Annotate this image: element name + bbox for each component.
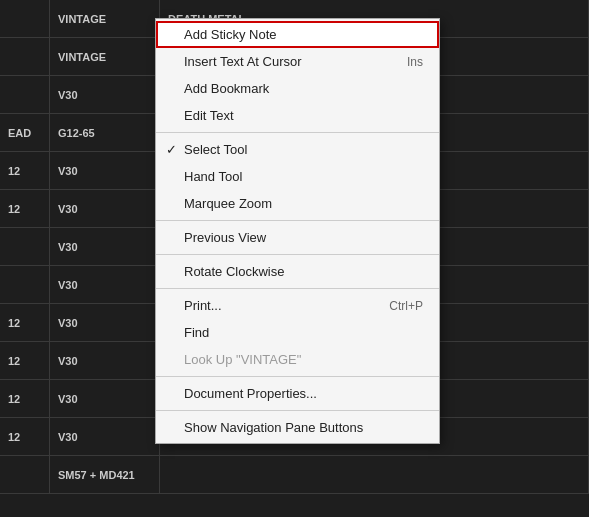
menu-item-shortcut: Ctrl+P: [369, 299, 423, 313]
menu-item-label: Find: [184, 325, 209, 340]
menu-item-label: Rotate Clockwise: [184, 264, 284, 279]
menu-item-label: Hand Tool: [184, 169, 242, 184]
cell: V30: [50, 418, 160, 455]
cell: 12: [0, 152, 50, 189]
cell: VINTAGE: [50, 38, 160, 75]
menu-item-label: Marquee Zoom: [184, 196, 272, 211]
cell: [0, 456, 50, 493]
menu-separator: [156, 254, 439, 255]
cell: V30: [50, 228, 160, 265]
menu-separator: [156, 220, 439, 221]
menu-item-look-up[interactable]: Look Up "VINTAGE": [156, 346, 439, 373]
menu-item-select-tool[interactable]: ✓ Select Tool: [156, 136, 439, 163]
menu-item-shortcut: Ins: [387, 55, 423, 69]
cell: VINTAGE: [50, 0, 160, 37]
cell: V30: [50, 266, 160, 303]
table-row: SM57 + MD421: [0, 456, 589, 494]
menu-item-insert-text[interactable]: Insert Text At Cursor Ins: [156, 48, 439, 75]
menu-separator: [156, 132, 439, 133]
menu-item-show-navigation[interactable]: Show Navigation Pane Buttons: [156, 414, 439, 441]
menu-item-find[interactable]: Find: [156, 319, 439, 346]
cell: SM57 + MD421: [50, 456, 160, 493]
cell: V30: [50, 76, 160, 113]
cell: V30: [50, 304, 160, 341]
cell: V30: [50, 152, 160, 189]
cell: G12-65: [50, 114, 160, 151]
menu-item-label: Add Sticky Note: [184, 27, 277, 42]
cell: [0, 0, 50, 37]
menu-item-label: Show Navigation Pane Buttons: [184, 420, 363, 435]
menu-item-marquee-zoom[interactable]: Marquee Zoom: [156, 190, 439, 217]
cell: 12: [0, 380, 50, 417]
cell: V30: [50, 342, 160, 379]
menu-item-previous-view[interactable]: Previous View: [156, 224, 439, 251]
cell: [0, 266, 50, 303]
menu-item-document-properties[interactable]: Document Properties...: [156, 380, 439, 407]
cell: [0, 228, 50, 265]
menu-item-label: Insert Text At Cursor: [184, 54, 302, 69]
menu-item-rotate-clockwise[interactable]: Rotate Clockwise: [156, 258, 439, 285]
cell: [160, 456, 589, 493]
menu-item-add-sticky-note[interactable]: Add Sticky Note: [156, 21, 439, 48]
cell: V30: [50, 380, 160, 417]
menu-item-label: Print...: [184, 298, 222, 313]
cell: EAD: [0, 114, 50, 151]
menu-item-print[interactable]: Print... Ctrl+P: [156, 292, 439, 319]
cell: 12: [0, 342, 50, 379]
menu-separator: [156, 410, 439, 411]
menu-separator: [156, 376, 439, 377]
menu-item-label: Document Properties...: [184, 386, 317, 401]
cell: 12: [0, 190, 50, 227]
checkmark-icon: ✓: [166, 142, 177, 157]
menu-item-hand-tool[interactable]: Hand Tool: [156, 163, 439, 190]
menu-item-label: Select Tool: [184, 142, 247, 157]
cell: [0, 76, 50, 113]
context-menu: Add Sticky Note Insert Text At Cursor In…: [155, 18, 440, 444]
menu-item-add-bookmark[interactable]: Add Bookmark: [156, 75, 439, 102]
cell: 12: [0, 304, 50, 341]
cell: V30: [50, 190, 160, 227]
menu-separator: [156, 288, 439, 289]
menu-item-label: Add Bookmark: [184, 81, 269, 96]
menu-item-edit-text[interactable]: Edit Text: [156, 102, 439, 129]
menu-item-label: Edit Text: [184, 108, 234, 123]
cell: [0, 38, 50, 75]
menu-item-label: Look Up "VINTAGE": [184, 352, 301, 367]
menu-item-label: Previous View: [184, 230, 266, 245]
cell: 12: [0, 418, 50, 455]
